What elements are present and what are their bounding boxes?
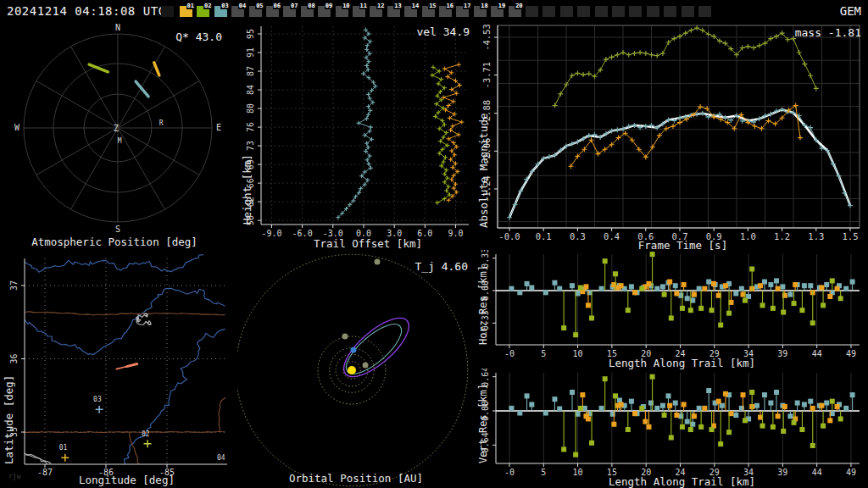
height-profile-panel: vel 34.9 Trail Offset [km] Height [km] -… <box>237 24 475 250</box>
frame-square-14[interactable]: 14 <box>404 6 417 17</box>
status-bar: 20241214 04:18:08 UTC 010203040506070809… <box>0 0 868 24</box>
frame-square <box>161 6 174 17</box>
orbit-panel: T_j 4.60 Orbital Position [AU] <box>237 250 475 488</box>
earth-dot <box>351 347 357 353</box>
svg-text:S: S <box>115 225 120 234</box>
frame-square-06[interactable]: 06 <box>266 6 279 17</box>
svg-text:03: 03 <box>93 396 102 403</box>
frame-number: 12 <box>376 3 385 9</box>
svg-text:02: 02 <box>142 430 150 438</box>
planet-dot-jupiter <box>375 259 381 265</box>
frame-square-03[interactable]: 03 <box>214 6 227 17</box>
frame-square <box>526 6 538 17</box>
frame-square <box>542 6 555 17</box>
frame-square-09[interactable]: 09 <box>318 6 331 17</box>
horz-residuals-panel: Length Along Trail [km] Horz Res [km] -0… <box>475 250 868 369</box>
mass-value: mass -1.81 <box>795 26 861 39</box>
svg-text:01: 01 <box>59 444 68 452</box>
map-xlabel: Longitude [deg] <box>25 474 229 486</box>
utc-timestamp: 20241214 04:18:08 UTC <box>7 4 166 18</box>
frame-square-05[interactable]: 05 <box>249 6 262 17</box>
frame-square-20[interactable]: 20 <box>509 6 521 17</box>
frame-number: 19 <box>498 3 506 9</box>
horz-xlabel: Length Along Trail [km] <box>496 357 868 369</box>
frame-number: 08 <box>307 3 315 9</box>
ground-map-panel: Longitude [deg] Latitude [deg] 01020304-… <box>0 250 229 488</box>
tisserand-value: T_j 4.60 <box>415 260 468 273</box>
frame-number: 10 <box>342 3 350 9</box>
frame-square <box>577 6 590 17</box>
height-plot: -9.0-6.0-3.00.03.06.09.05862666973768084… <box>237 24 475 250</box>
atmospheric-position-panel: Q* 43.0 Atmospheric Position [deg] NSWEZ… <box>0 24 229 250</box>
frame-number: 15 <box>428 3 437 9</box>
frame-square <box>560 6 573 17</box>
horz-ylabel: Horz Res [km] <box>477 250 489 345</box>
meteor-dashboard: 20241214 04:18:08 UTC 010203040506070809… <box>0 0 868 488</box>
height-xlabel: Trail Offset [km] <box>261 237 475 250</box>
planet-dot-mars <box>342 334 348 340</box>
sky-xlabel: Atmospheric Position [deg] <box>0 236 229 248</box>
frame-square <box>682 6 694 17</box>
vert-xlabel: Length Along Trail [km] <box>496 475 868 488</box>
frame-number: 16 <box>446 3 454 9</box>
frame-square <box>595 6 608 17</box>
frame-square <box>698 6 711 17</box>
frame-square-02[interactable]: 02 <box>197 6 209 17</box>
light-curve-panel: mass -1.81 Frame Time [s] Absolute Magni… <box>475 24 868 250</box>
frame-number: 09 <box>325 3 333 9</box>
frame-square <box>664 6 676 17</box>
frame-number: 13 <box>393 3 402 9</box>
frame-number: 05 <box>255 3 264 9</box>
frame-square-19[interactable]: 19 <box>491 6 504 17</box>
svg-text:Z: Z <box>114 124 119 133</box>
frame-square <box>647 6 659 17</box>
frame-square-15[interactable]: 15 <box>422 6 435 17</box>
frame-square <box>612 6 625 17</box>
map-ylabel: Latitude [deg] <box>3 250 15 464</box>
q-value: Q* 43.0 <box>175 30 222 43</box>
orbit-plot <box>237 250 475 488</box>
watermark: rjw <box>8 473 20 480</box>
frame-number: 01 <box>186 3 195 9</box>
vert-ylabel: Vert Res [km] <box>477 369 489 463</box>
frame-number: 04 <box>238 3 247 9</box>
velocity-value: vel 34.9 <box>416 25 470 38</box>
frame-number: 17 <box>463 3 471 9</box>
sun-dot <box>348 366 356 374</box>
svg-text:E: E <box>216 123 221 132</box>
svg-text:W: W <box>14 123 20 132</box>
light-curve-plot: -0.00.10.30.40.60.70.91.01.21.31.5-4.53-… <box>475 24 868 250</box>
svg-text:M: M <box>118 137 122 145</box>
frame-number: 14 <box>411 3 420 9</box>
svg-text:R: R <box>159 119 164 127</box>
frame-number: 06 <box>273 3 281 9</box>
orbit-xlabel: Orbital Position [AU] <box>237 472 475 485</box>
frame-number: 20 <box>515 3 523 9</box>
frame-square-13[interactable]: 13 <box>387 6 400 17</box>
frame-square-08[interactable]: 08 <box>301 6 314 17</box>
light-xlabel: Frame Time [s] <box>498 239 868 252</box>
planet-dot-venus <box>363 363 369 369</box>
frame-number: 18 <box>480 3 488 9</box>
svg-text:04: 04 <box>217 454 225 462</box>
frame-number: 07 <box>290 3 298 9</box>
vert-residuals-panel: Length Along Trail [km] Vert Res [km] -0… <box>475 369 868 488</box>
sky-plot: NSWEZRM <box>0 24 229 250</box>
frame-square-07[interactable]: 07 <box>283 6 296 17</box>
ground-map-plot: 01020304-87-86-85373635 <box>0 250 229 488</box>
frame-square-12[interactable]: 12 <box>370 6 382 17</box>
frame-square-17[interactable]: 17 <box>456 6 469 17</box>
residuals-plot-horz: -051015202429343944490.330.00-0.33 <box>475 250 868 369</box>
frame-number: 02 <box>203 3 212 9</box>
frame-square-01[interactable]: 01 <box>180 6 192 17</box>
frame-number: 11 <box>359 3 368 9</box>
height-ylabel: Height [km] <box>241 24 253 225</box>
frame-square-11[interactable]: 11 <box>353 6 365 17</box>
light-ylabel: Absolute Magnitude <box>477 24 490 228</box>
frame-square-16[interactable]: 16 <box>439 6 452 17</box>
svg-text:N: N <box>115 24 120 32</box>
frame-number: 03 <box>220 3 229 9</box>
frame-square-18[interactable]: 18 <box>474 6 487 17</box>
frame-square-10[interactable]: 10 <box>336 6 348 17</box>
frame-square-04[interactable]: 04 <box>231 6 244 17</box>
